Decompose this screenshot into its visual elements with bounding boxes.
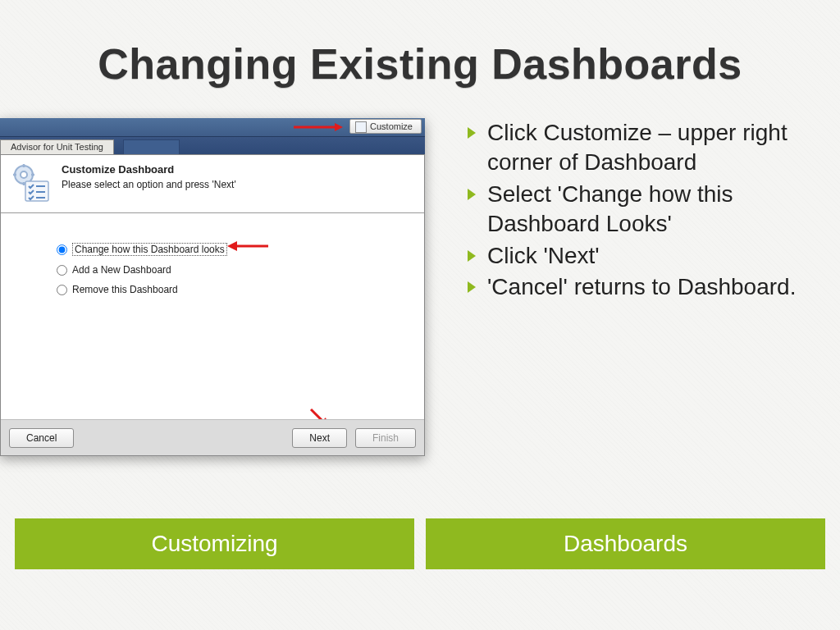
screenshot-column: Customize Advisor for Unit Testing bbox=[0, 118, 443, 456]
bullet-3: Click 'Next' bbox=[464, 241, 815, 271]
dialog-title: Customize Dashboard bbox=[62, 163, 236, 176]
radio-remove[interactable]: Remove this Dashboard bbox=[57, 284, 408, 295]
finish-button: Finish bbox=[355, 428, 416, 448]
svg-marker-13 bbox=[227, 241, 237, 251]
radio-remove-label: Remove this Dashboard bbox=[72, 284, 178, 295]
next-button[interactable]: Next bbox=[292, 428, 347, 448]
svg-point-3 bbox=[21, 171, 27, 178]
radio-add-new-label: Add a New Dashboard bbox=[72, 264, 171, 276]
dialog-footer: Cancel Next Finish bbox=[1, 419, 424, 455]
radio-remove-input[interactable] bbox=[57, 285, 67, 295]
embedded-app-window: Customize Advisor for Unit Testing bbox=[0, 118, 425, 456]
app-toolbar: Customize bbox=[0, 118, 425, 136]
customize-dialog: Customize Dashboard Please select an opt… bbox=[0, 154, 425, 456]
radio-change-look-input[interactable] bbox=[57, 244, 67, 255]
radio-add-new-input[interactable] bbox=[57, 265, 67, 276]
footer-bars: Customizing Dashboards bbox=[15, 518, 825, 569]
svg-marker-1 bbox=[335, 123, 343, 131]
dialog-subtitle: Please select an option and press 'Next' bbox=[62, 179, 236, 190]
arrow-annotation-option bbox=[227, 241, 268, 251]
instruction-list: Click Customize – upper right corner of … bbox=[464, 118, 815, 302]
dialog-header: Customize Dashboard Please select an opt… bbox=[1, 155, 424, 213]
tab-active[interactable]: Advisor for Unit Testing bbox=[0, 139, 114, 154]
radio-add-new[interactable]: Add a New Dashboard bbox=[57, 264, 408, 276]
bullet-2: Select 'Change how this Dashboard Looks' bbox=[464, 180, 815, 240]
footer-bar-left: Customizing bbox=[15, 518, 414, 569]
radio-change-look-label: Change how this Dashboard looks bbox=[72, 243, 227, 256]
customize-button[interactable]: Customize bbox=[349, 119, 422, 134]
tab-inactive[interactable] bbox=[123, 139, 180, 154]
bullet-4: 'Cancel' returns to Dashboard. bbox=[464, 272, 815, 302]
dialog-body: Change how this Dashboard looks Add a Ne… bbox=[1, 213, 424, 410]
bullet-1: Click Customize – upper right corner of … bbox=[464, 118, 815, 178]
footer-bar-right: Dashboards bbox=[426, 518, 825, 569]
cancel-button[interactable]: Cancel bbox=[9, 428, 74, 448]
arrow-annotation-customize bbox=[294, 123, 343, 131]
content-row: Customize Advisor for Unit Testing bbox=[0, 118, 840, 456]
instructions-column: Click Customize – upper right corner of … bbox=[443, 118, 840, 456]
slide-title: Changing Existing Dashboards bbox=[0, 0, 840, 89]
tab-bar: Advisor for Unit Testing bbox=[0, 136, 425, 154]
gear-checklist-icon bbox=[11, 163, 52, 204]
